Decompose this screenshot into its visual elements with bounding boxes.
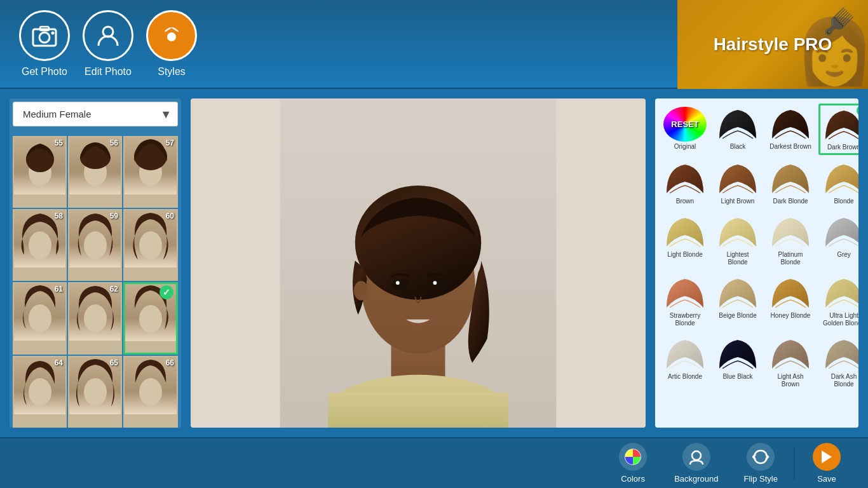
grey-swatch [822, 215, 858, 250]
background-btn[interactable]: Background [661, 438, 731, 488]
style-item-66[interactable]: 66 [123, 356, 178, 428]
edit-photo-icon [83, 10, 133, 61]
style-num-56: 56 [110, 139, 118, 147]
color-blue-black[interactable]: Blue Black [713, 334, 763, 384]
color-honey-blonde[interactable]: Honey Blonde [766, 273, 815, 323]
flip-style-icon [747, 443, 775, 471]
color-honey-blonde-label: Honey Blonde [771, 312, 811, 320]
color-light-ash-brown[interactable]: Light Ash Brown [766, 334, 815, 391]
svg-point-18 [29, 378, 51, 406]
svg-point-20 [139, 378, 162, 406]
color-blonde[interactable]: Blonde [818, 158, 858, 208]
color-original-label: Original [674, 143, 696, 151]
svg-point-33 [692, 451, 701, 460]
style-num-59: 59 [110, 212, 118, 220]
style-item-56[interactable]: 56 [68, 136, 122, 208]
header: Get Photo Edit Photo Styles Hairstyle PR… [0, 0, 868, 89]
artic-blonde-swatch [663, 337, 707, 372]
style-item-58[interactable]: 58 [13, 209, 67, 281]
color-blue-black-label: Blue Black [722, 373, 752, 381]
light-ash-brown-swatch [769, 337, 812, 372]
honey-blonde-swatch [769, 276, 812, 311]
get-photo-btn[interactable]: Get Photo [19, 10, 70, 78]
svg-point-16 [84, 304, 107, 332]
style-num-55: 55 [55, 139, 63, 147]
dark-brown-swatch [822, 107, 858, 142]
flip-style-btn-label: Flip Style [744, 474, 778, 484]
get-photo-icon [19, 10, 70, 61]
color-lightest-blonde[interactable]: Lightest Blonde [713, 212, 763, 269]
color-grid: RESET Original Black [660, 104, 853, 391]
color-dark-brown-wrapper: Dark Brown ✓ [818, 104, 858, 155]
color-black-label: Black [730, 143, 745, 151]
style-item-57[interactable]: 57 [123, 136, 178, 208]
svg-point-17 [139, 305, 162, 333]
color-beige-blonde[interactable]: Beige Blonde [713, 273, 763, 323]
style-item-60[interactable]: 60 [123, 209, 178, 281]
style-item-62[interactable]: 62 [68, 282, 122, 355]
svg-point-29 [396, 281, 400, 285]
style-item-64[interactable]: 64 [13, 356, 67, 428]
lightest-blonde-swatch [716, 215, 759, 250]
center-panel [191, 98, 646, 428]
app-title: Hairstyle PRO [714, 34, 832, 55]
style-item-61[interactable]: 61 [13, 282, 67, 355]
edit-photo-label: Edit Photo [85, 66, 132, 78]
color-dark-brown-label: Dark Brown [827, 144, 858, 151]
style-dropdown[interactable]: Medium Female Short Female Long Female S… [13, 102, 178, 126]
svg-point-19 [84, 378, 107, 406]
reset-swatch: RESET [663, 107, 707, 142]
flip-style-btn[interactable]: Flip Style [731, 438, 790, 488]
darkest-brown-swatch [769, 107, 812, 142]
preview-image [191, 98, 646, 428]
beige-blonde-swatch [716, 276, 759, 311]
style-num-57: 57 [166, 139, 174, 147]
color-original[interactable]: RESET Original [660, 104, 710, 154]
color-strawberry-blonde[interactable]: Strawberry Blonde [660, 273, 710, 330]
style-item-63[interactable]: ✓ [123, 282, 178, 355]
style-num-66: 66 [166, 358, 174, 367]
color-ultra-light-golden-blonde-label: Ultra Light Golden Blonde [822, 312, 858, 327]
selected-checkmark: ✓ [159, 285, 173, 299]
save-btn[interactable]: Save [798, 438, 855, 488]
color-grey[interactable]: Grey [818, 212, 858, 262]
colors-icon [619, 443, 647, 471]
color-black[interactable]: Black [713, 104, 763, 154]
blonde-swatch [822, 161, 858, 196]
styles-label: Styles [158, 66, 186, 78]
style-num-65: 65 [110, 358, 118, 367]
background-icon [682, 443, 710, 471]
dropdown-wrapper: Medium Female Short Female Long Female S… [13, 102, 178, 126]
light-blonde-swatch [663, 215, 707, 250]
svg-point-5 [167, 32, 176, 41]
color-light-brown[interactable]: Light Brown [713, 158, 763, 208]
edit-photo-btn[interactable]: Edit Photo [83, 10, 133, 78]
light-brown-swatch [716, 161, 759, 196]
color-dark-ash-blonde-label: Dark Ash Blonde [822, 373, 858, 388]
color-light-blonde[interactable]: Light Blonde [660, 212, 710, 262]
colors-btn[interactable]: Colors [604, 438, 661, 488]
styles-btn[interactable]: Styles [146, 10, 197, 78]
style-item-55[interactable]: 55 [13, 136, 67, 208]
ultra-light-golden-blonde-swatch [822, 276, 858, 311]
style-num-60: 60 [166, 212, 174, 220]
color-brown[interactable]: Brown [660, 158, 710, 208]
get-photo-label: Get Photo [22, 66, 67, 78]
styles-icon [146, 10, 197, 61]
color-artic-blonde[interactable]: Artic Blonde [660, 334, 710, 384]
color-ultra-light-golden-blonde[interactable]: Ultra Light Golden Blonde [818, 273, 858, 330]
color-darkest-brown[interactable]: Darkest Brown [766, 104, 815, 154]
nav-buttons: Get Photo Edit Photo Styles [19, 10, 197, 78]
color-light-ash-brown-label: Light Ash Brown [769, 373, 812, 388]
brown-swatch [663, 161, 707, 196]
color-dark-blonde[interactable]: Dark Blonde [766, 158, 815, 208]
color-dark-brown[interactable]: Dark Brown [818, 104, 858, 155]
style-grid: 55 56 [10, 136, 181, 428]
style-item-59[interactable]: 59 [68, 209, 122, 281]
color-dark-ash-blonde[interactable]: Dark Ash Blonde [818, 334, 858, 391]
footer-divider [794, 447, 795, 479]
color-platinum-blonde[interactable]: Platinum Blonde [766, 212, 815, 269]
color-brown-label: Brown [676, 198, 694, 205]
svg-rect-24 [328, 393, 508, 428]
style-item-65[interactable]: 65 [68, 356, 122, 428]
